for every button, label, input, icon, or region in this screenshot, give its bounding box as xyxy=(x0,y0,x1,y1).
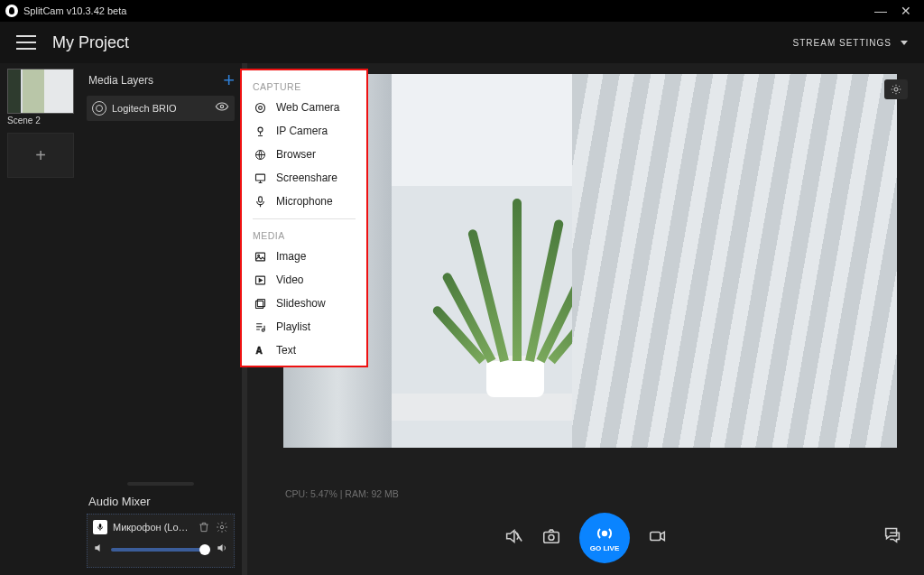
stream-settings-button[interactable]: STREAM SETTINGS xyxy=(793,38,908,48)
svg-rect-19 xyxy=(257,299,264,306)
camera-source-icon xyxy=(92,101,106,116)
svg-rect-15 xyxy=(258,196,262,201)
media-layers-panel: Media Layers + Logitech BRIO Audio Mixer… xyxy=(81,63,242,575)
slider-knob[interactable] xyxy=(199,544,210,555)
dropdown-item-label: Browser xyxy=(276,148,316,161)
svg-rect-6 xyxy=(544,532,559,543)
dropdown-item-text[interactable]: A Text xyxy=(242,339,366,362)
dropdown-item-screenshare[interactable]: Screenshare xyxy=(242,166,366,190)
dropdown-item-video[interactable]: Video xyxy=(242,268,366,292)
menu-hamburger-button[interactable] xyxy=(16,35,36,50)
window-close-button[interactable]: ✕ xyxy=(893,4,919,18)
dropdown-item-label: Video xyxy=(276,274,303,286)
svg-point-3 xyxy=(220,525,224,529)
volume-slider[interactable] xyxy=(111,548,210,552)
scenes-panel: Scene 2 + xyxy=(0,63,81,575)
snapshot-button[interactable] xyxy=(541,526,561,550)
microphone-icon xyxy=(93,520,107,534)
svg-rect-1 xyxy=(99,524,102,528)
stream-settings-label: STREAM SETTINGS xyxy=(793,38,892,48)
dropdown-item-browser[interactable]: Browser xyxy=(242,143,366,166)
text-icon: A xyxy=(253,343,267,357)
svg-line-5 xyxy=(515,532,522,542)
browser-icon xyxy=(253,147,267,162)
layer-label: Logitech BRIO xyxy=(112,103,209,114)
dropdown-item-label: IP Camera xyxy=(276,125,328,137)
svg-rect-20 xyxy=(255,301,263,308)
mute-speaker-button[interactable] xyxy=(504,526,523,550)
app-logo-icon xyxy=(5,5,18,17)
title-bar: SplitCam v10.3.42 beta — ✕ xyxy=(0,0,924,22)
dropdown-section-header: MEDIA xyxy=(242,225,366,245)
svg-point-8 xyxy=(603,531,606,534)
layer-row[interactable]: Logitech BRIO xyxy=(87,96,235,121)
dropdown-item-label: Playlist xyxy=(276,320,310,333)
header-bar: My Project STREAM SETTINGS xyxy=(0,22,924,63)
app-title: SplitCam v10.3.42 beta xyxy=(23,5,126,16)
add-layer-dropdown: CAPTURE Web Camera IP Camera Browser Scr… xyxy=(240,69,368,367)
svg-point-11 xyxy=(258,106,262,109)
svg-point-0 xyxy=(220,105,223,107)
video-icon xyxy=(253,273,267,287)
scene-label: Scene 2 xyxy=(7,116,74,125)
dropdown-item-label: Screenshare xyxy=(276,172,337,184)
svg-point-10 xyxy=(255,103,264,112)
svg-point-12 xyxy=(258,127,263,132)
media-layers-title: Media Layers xyxy=(88,74,223,87)
dropdown-separator xyxy=(253,218,356,219)
web-camera-icon xyxy=(253,100,267,115)
audio-mixer-title: Audio Mixer xyxy=(87,491,235,514)
chat-button[interactable] xyxy=(882,524,902,548)
dropdown-item-web-camera[interactable]: Web Camera xyxy=(242,96,366,119)
dropdown-item-playlist[interactable]: Playlist xyxy=(242,315,366,339)
delete-track-icon[interactable] xyxy=(198,521,210,533)
chevron-down-icon xyxy=(901,41,908,45)
scene-thumbnail[interactable] xyxy=(7,69,74,114)
svg-rect-9 xyxy=(651,532,661,540)
volume-high-icon[interactable] xyxy=(216,542,228,558)
broadcast-icon xyxy=(594,524,615,543)
visibility-toggle-icon[interactable] xyxy=(215,99,229,117)
project-title: My Project xyxy=(52,33,129,52)
go-live-button[interactable]: GO LIVE xyxy=(579,513,630,563)
dropdown-item-label: Web Camera xyxy=(276,101,339,114)
dropdown-item-image[interactable]: Image xyxy=(242,245,366,268)
svg-point-4 xyxy=(894,88,898,91)
dropdown-item-slideshow[interactable]: Slideshow xyxy=(242,292,366,315)
window-minimize-button[interactable]: — xyxy=(868,4,893,18)
microphone-icon xyxy=(253,194,267,209)
screenshare-icon xyxy=(253,171,267,185)
add-layer-button[interactable]: + xyxy=(223,75,235,86)
image-icon xyxy=(253,249,267,264)
dropdown-item-label: Microphone xyxy=(276,195,333,208)
dropdown-item-label: Image xyxy=(276,250,306,263)
dropdown-item-label: Slideshow xyxy=(276,297,326,310)
bottom-toolbar: GO LIVE xyxy=(247,501,924,575)
slideshow-icon xyxy=(253,296,267,311)
webcam-toggle-button[interactable] xyxy=(648,526,668,550)
playlist-icon xyxy=(253,320,267,334)
add-scene-button[interactable]: + xyxy=(7,133,74,178)
dropdown-item-label: Text xyxy=(276,344,296,357)
svg-rect-14 xyxy=(255,174,264,181)
go-live-label: GO LIVE xyxy=(590,544,619,552)
dropdown-item-ip-camera[interactable]: IP Camera xyxy=(242,119,366,143)
ip-camera-icon xyxy=(253,124,267,138)
audio-track-label: Микрофон (Logitech... xyxy=(113,522,192,533)
audio-mixer-card: Микрофон (Logitech... xyxy=(87,514,235,568)
dropdown-section-header: CAPTURE xyxy=(242,76,366,96)
track-settings-icon[interactable] xyxy=(216,521,228,533)
dropdown-item-microphone[interactable]: Microphone xyxy=(242,190,366,213)
volume-low-icon[interactable] xyxy=(93,542,106,558)
svg-rect-16 xyxy=(255,253,264,261)
panel-resize-handle[interactable] xyxy=(127,482,194,486)
preview-canvas[interactable] xyxy=(283,74,897,448)
status-text: CPU: 5.47% | RAM: 92 MB xyxy=(247,487,924,501)
svg-text:A: A xyxy=(255,346,262,356)
svg-point-7 xyxy=(549,534,554,540)
brightness-button[interactable] xyxy=(884,79,908,99)
